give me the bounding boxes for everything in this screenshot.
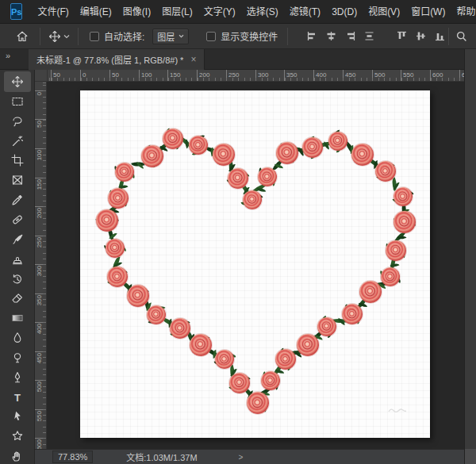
history-brush-tool[interactable] [9, 270, 26, 288]
align-bottom-icon[interactable] [434, 30, 446, 42]
rose-core [175, 324, 185, 333]
resize-grip[interactable] [465, 449, 476, 464]
rose-flower [127, 285, 149, 307]
tab-close-icon[interactable]: × [190, 55, 196, 64]
brush-tool[interactable] [9, 231, 26, 248]
align-top-icon[interactable] [396, 30, 408, 42]
options-bar: 自动选择: 图层 显示变换控件 [0, 24, 476, 49]
home-icon[interactable] [16, 30, 29, 43]
path-selection-tool[interactable] [9, 408, 26, 425]
rose-core [263, 172, 272, 182]
rose-core [252, 397, 263, 408]
rose-flower [213, 144, 235, 166]
rose-flower [247, 392, 269, 414]
panel-expand-icon[interactable]: » [6, 51, 10, 60]
rose-flower [393, 211, 416, 233]
menu-item[interactable]: 3D(D) [326, 0, 363, 24]
rose-flower [393, 187, 413, 206]
lasso-tool[interactable] [9, 113, 26, 130]
distribute-centers-icon[interactable] [363, 30, 375, 42]
rose-core [168, 133, 178, 143]
zoom-level-field[interactable]: 77.83% [52, 451, 93, 463]
align-tools-group [299, 30, 446, 42]
vertical-ruler: 050100150200250300350400450500550600 [35, 82, 47, 449]
ruler-corner [35, 70, 48, 82]
auto-select-target-dropdown[interactable]: 图层 [152, 29, 189, 44]
menu-item[interactable]: 图像(I) [117, 0, 156, 24]
rose-core [266, 376, 275, 385]
svg-text:T: T [14, 391, 21, 403]
rose-flower [163, 128, 183, 149]
rose-flower [351, 144, 374, 166]
menu-item[interactable]: 帮助 [451, 0, 476, 24]
rose-flower [147, 305, 166, 324]
move-tool[interactable] [9, 73, 26, 90]
menu-item[interactable]: 视图(V) [363, 0, 405, 24]
hand-tool[interactable] [9, 447, 26, 464]
eraser-tool[interactable] [9, 290, 26, 307]
rose-core [398, 192, 408, 201]
chevron-down-icon[interactable] [63, 34, 70, 39]
rose-core [381, 167, 390, 176]
dodge-tool[interactable] [9, 349, 26, 366]
pen-tool[interactable] [9, 369, 26, 386]
show-transform-checkbox[interactable] [206, 32, 216, 41]
blur-tool[interactable] [9, 329, 26, 347]
menu-item[interactable]: 窗口(W) [405, 0, 451, 24]
eyedropper-tool[interactable] [9, 191, 26, 209]
move-tool-icon[interactable] [48, 30, 61, 43]
options-divider [78, 28, 79, 45]
menu-item[interactable]: 文件(F) [32, 0, 74, 24]
rose-core [195, 339, 205, 350]
menu-item[interactable]: 文字(Y) [198, 0, 241, 24]
document-tab[interactable]: 未标题-1 @ 77.8% (图层 1, RGB/8#) * × [29, 49, 205, 70]
magic-wand-tool[interactable] [9, 132, 26, 150]
rose-flower [115, 163, 134, 182]
rose-core [302, 339, 313, 350]
rose-flower [375, 161, 396, 182]
rose-core [147, 151, 157, 161]
rose-flower [258, 167, 277, 186]
document-size-info: 文档:1.03M/1.37M [126, 451, 197, 463]
menu-item[interactable]: 选择(S) [241, 0, 284, 24]
gradient-tool[interactable] [9, 309, 26, 327]
align-right-icon[interactable] [344, 30, 356, 42]
menu-item[interactable]: 滤镜(T) [284, 0, 326, 24]
healing-brush-tool[interactable] [9, 211, 26, 228]
rose-flower [189, 136, 208, 155]
rose-flower [297, 334, 319, 356]
custom-shape-tool[interactable] [9, 428, 26, 445]
rose-flower [342, 304, 363, 324]
auto-select-checkbox[interactable] [90, 32, 99, 41]
show-transform-label: 显示变换控件 [221, 29, 278, 43]
menu-item[interactable]: 图层(L) [156, 0, 198, 24]
document-canvas[interactable] [80, 90, 430, 438]
clone-stamp-tool[interactable] [9, 251, 26, 268]
menu-item[interactable]: 编辑(E) [75, 0, 117, 24]
align-left-icon[interactable] [306, 30, 318, 42]
align-middle-icon[interactable] [415, 30, 427, 42]
rose-core [132, 290, 143, 301]
rose-core [102, 215, 112, 225]
align-center-horizontal-icon[interactable] [325, 30, 337, 42]
rose-core [391, 245, 401, 255]
rose-core [322, 322, 332, 332]
status-chevron-icon[interactable]: > [239, 453, 244, 462]
search-icon[interactable] [455, 30, 468, 43]
watermark-squiggle [388, 407, 407, 414]
rose-core [235, 378, 244, 387]
rose-flower [359, 281, 382, 303]
rose-core [218, 149, 228, 159]
type-tool[interactable]: T [9, 389, 26, 406]
options-divider [448, 28, 449, 45]
marquee-tool[interactable] [9, 93, 26, 110]
rose-flower [261, 371, 280, 390]
rose-flower [215, 350, 234, 369]
frame-tool[interactable] [9, 171, 26, 189]
rose-flower [276, 142, 298, 164]
rose-core [248, 195, 257, 205]
crop-tool[interactable] [9, 151, 26, 169]
rose-core [347, 309, 357, 319]
rose-flower [243, 190, 262, 209]
rose-core [399, 217, 409, 227]
